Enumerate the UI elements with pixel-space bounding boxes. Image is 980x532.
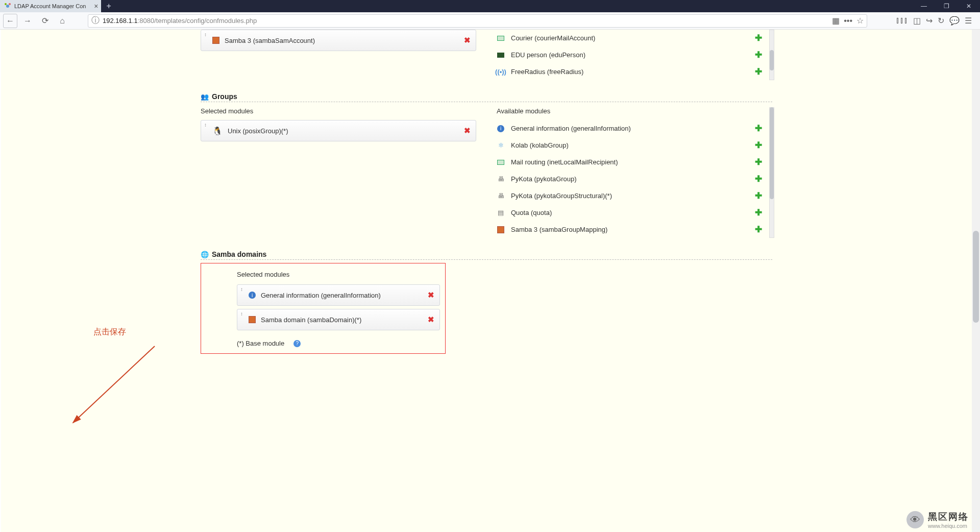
printer-icon: 🖶 — [497, 192, 505, 200]
tab-title: LDAP Account Manager Con — [14, 3, 86, 9]
nav-forward-button[interactable]: → — [20, 14, 35, 28]
available-module-label: EDU person (eduPerson) — [511, 51, 585, 59]
watermark-name: 黑区网络 — [928, 512, 969, 522]
add-module-icon[interactable]: ✚ — [755, 33, 762, 43]
available-module-label: FreeRadius (freeRadius) — [511, 68, 583, 76]
selected-module-row[interactable]: ↕ Samba domain (sambaDomain)(*) ✖ — [237, 309, 440, 330]
samba-icon — [497, 226, 505, 233]
base-module-note: (*) Base module — [237, 340, 284, 347]
available-module-label: Courier (courierMailAccount) — [511, 34, 595, 42]
kolab-icon: ❄ — [497, 141, 505, 149]
remove-module-icon[interactable]: ✖ — [464, 36, 471, 45]
svg-line-3 — [73, 346, 155, 423]
available-module-label: Samba 3 (sambaGroupMapping) — [511, 226, 607, 233]
page-actions-icon[interactable]: ••• — [844, 16, 852, 26]
available-module-label: Kolab (kolabGroup) — [511, 141, 569, 149]
scrollbar-thumb[interactable] — [973, 231, 979, 323]
selected-module-row[interactable]: ↕ i General information (generalInformat… — [237, 284, 440, 306]
remove-module-icon[interactable]: ✖ — [428, 315, 434, 324]
available-module-item: EDU person (eduPerson) ✚ — [497, 46, 772, 63]
drag-handle-icon[interactable]: ↕ — [204, 122, 207, 128]
quota-icon: ▤ — [497, 209, 505, 216]
add-module-icon[interactable]: ✚ — [755, 66, 762, 77]
highlighted-region: Selected modules ↕ i General information… — [201, 263, 446, 354]
remove-module-icon[interactable]: ✖ — [428, 291, 434, 300]
available-module-item: Mail routing (inetLocalMailRecipient) ✚ — [497, 154, 772, 171]
new-tab-button[interactable]: + — [101, 2, 116, 11]
remove-module-icon[interactable]: ✖ — [464, 126, 471, 135]
window-titlebar: LDAP Account Manager Con × + — ❐ ✕ — [0, 0, 980, 12]
available-scrollbar[interactable] — [769, 107, 774, 238]
samba-icon — [249, 316, 256, 323]
bookmark-icon[interactable]: ☆ — [856, 16, 864, 26]
drag-handle-icon[interactable]: ↕ — [240, 286, 243, 292]
drag-handle-icon[interactable]: ↕ — [240, 311, 243, 317]
available-module-label: PyKota (pykotaGroup) — [511, 175, 577, 183]
nav-back-button[interactable]: ← — [3, 14, 17, 28]
tab-favicon — [4, 3, 11, 10]
available-module-item: 🖶 PyKota (pykotaGroupStructural)(*) ✚ — [497, 187, 772, 204]
send-tab-icon[interactable]: ↪ — [926, 16, 933, 26]
globe-icon: 🌐 — [201, 251, 209, 258]
module-name: Unix (posixGroup)(*) — [228, 127, 288, 135]
svg-point-0 — [6, 5, 9, 8]
sync-icon[interactable]: ↻ — [938, 16, 944, 26]
add-module-icon[interactable]: ✚ — [755, 224, 762, 235]
add-module-icon[interactable]: ✚ — [755, 190, 762, 201]
available-module-label: General information (generalInformation) — [511, 125, 631, 132]
annotation-arrow-icon — [68, 341, 170, 428]
selected-heading: Selected modules — [237, 271, 440, 278]
nav-home-button[interactable]: ⌂ — [55, 14, 69, 28]
available-module-item: Samba 3 (sambaGroupMapping) ✚ — [497, 221, 772, 238]
library-icon[interactable]: ⫿⫿⫿ — [896, 16, 908, 26]
section-title-samba: 🌐 Samba domains — [201, 250, 772, 260]
window-close-icon[interactable]: ✕ — [958, 0, 980, 12]
available-module-item: ❄ Kolab (kolabGroup) ✚ — [497, 137, 772, 154]
site-info-icon[interactable]: ⓘ — [91, 15, 100, 26]
add-module-icon[interactable]: ✚ — [755, 174, 762, 184]
browser-tab[interactable]: LDAP Account Manager Con × — [0, 0, 101, 12]
available-module-item: Courier (courierMailAccount) ✚ — [497, 30, 772, 46]
add-module-icon[interactable]: ✚ — [755, 123, 762, 134]
watermark-url: www.heiqu.com — [928, 523, 969, 529]
available-scrollbar[interactable] — [769, 30, 774, 80]
chat-icon[interactable]: 💬 — [949, 16, 960, 26]
window-maximize-icon[interactable]: ❐ — [935, 0, 958, 12]
module-name: Samba domain (sambaDomain)(*) — [261, 316, 361, 324]
url-bar[interactable]: ⓘ 192.168.1.1:8080/templates/config/conf… — [88, 14, 867, 28]
radio-icon: ((•)) — [497, 68, 505, 76]
add-module-icon[interactable]: ✚ — [755, 207, 762, 218]
groups-icon: 👥 — [201, 93, 209, 101]
edu-icon — [497, 53, 505, 58]
tab-close-icon[interactable]: × — [94, 2, 98, 10]
svg-point-2 — [9, 3, 11, 5]
mail-icon — [497, 36, 505, 41]
samba-icon — [212, 37, 219, 44]
section-title-groups: 👥 Groups — [201, 92, 772, 102]
available-heading: Available modules — [497, 107, 772, 115]
watermark-logo-icon: 👁 — [906, 511, 924, 528]
browser-navbar: ← → ⟳ ⌂ ⓘ 192.168.1.1:8080/templates/con… — [0, 12, 980, 30]
selected-heading: Selected modules — [201, 107, 476, 115]
tux-icon: 🐧 — [212, 126, 223, 136]
selected-module-row[interactable]: ↕ 🐧 Unix (posixGroup)(*) ✖ — [201, 120, 476, 141]
help-icon[interactable]: ? — [293, 340, 301, 347]
drag-handle-icon[interactable]: ↕ — [204, 32, 207, 37]
menu-icon[interactable]: ☰ — [965, 16, 972, 26]
watermark: 👁 黑区网络 www.heiqu.com — [906, 511, 969, 529]
available-module-label: PyKota (pykotaGroupStructural)(*) — [511, 192, 612, 200]
selected-module-row[interactable]: ↕ Samba 3 (sambaSamAccount) ✖ — [201, 30, 476, 51]
info-icon: i — [249, 292, 256, 299]
nav-reload-button[interactable]: ⟳ — [38, 14, 52, 28]
annotation-text: 点击保存 — [93, 327, 126, 337]
qr-icon[interactable]: ▦ — [832, 16, 840, 26]
add-module-icon[interactable]: ✚ — [755, 140, 762, 151]
available-module-label: Quota (quota) — [511, 209, 552, 216]
add-module-icon[interactable]: ✚ — [755, 50, 762, 60]
sidebar-icon[interactable]: ◫ — [913, 16, 921, 26]
info-icon: i — [497, 125, 505, 132]
window-minimize-icon[interactable]: — — [913, 0, 935, 12]
available-module-item: 🖶 PyKota (pykotaGroup) ✚ — [497, 171, 772, 187]
page-scrollbar[interactable] — [972, 30, 980, 532]
add-module-icon[interactable]: ✚ — [755, 157, 762, 167]
